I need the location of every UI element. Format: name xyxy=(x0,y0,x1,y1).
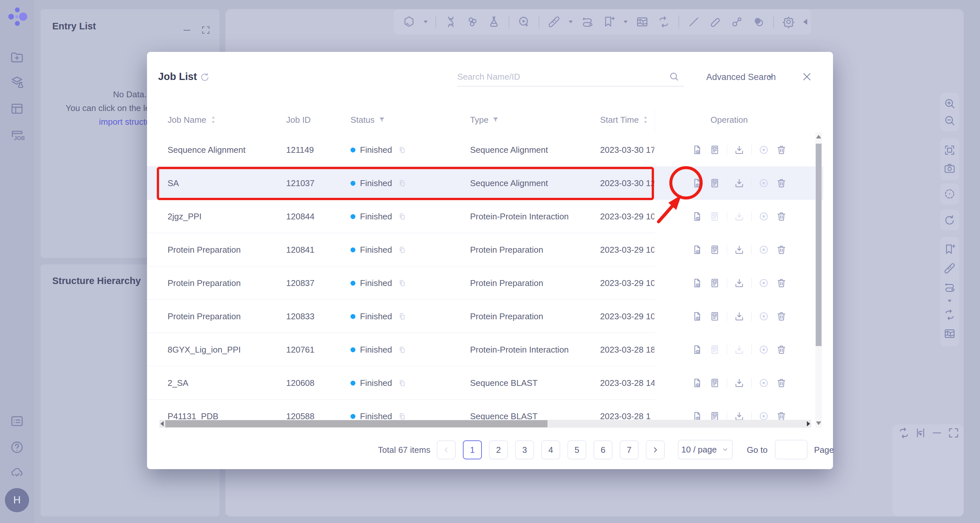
job-name-cell[interactable]: Sequence Alignment xyxy=(167,133,246,166)
column-header-status[interactable]: Status xyxy=(350,107,386,133)
view-result-icon[interactable] xyxy=(692,377,703,388)
report-icon[interactable] xyxy=(709,344,720,355)
refresh-jobs-icon[interactable] xyxy=(199,71,210,82)
report-icon[interactable] xyxy=(709,311,720,322)
chevron-down-icon[interactable] xyxy=(424,21,428,23)
download-icon[interactable] xyxy=(734,178,745,189)
job-name-cell[interactable]: 8GYX_Lig_ion_PPI xyxy=(167,333,241,366)
stop-job-icon[interactable] xyxy=(758,344,769,355)
horizontal-scrollbar[interactable] xyxy=(159,420,811,428)
minimize-panel-icon[interactable] xyxy=(181,25,192,35)
overlap-circles-icon[interactable] xyxy=(752,15,765,29)
job-name-cell[interactable]: Protein Preparation xyxy=(167,233,241,266)
dna-icon[interactable] xyxy=(444,15,458,29)
copy-icon[interactable] xyxy=(398,279,407,288)
stop-job-icon[interactable] xyxy=(758,211,769,222)
map-icon[interactable] xyxy=(635,15,649,29)
advanced-search-button[interactable]: Advanced Search xyxy=(706,72,776,82)
view-result-icon[interactable] xyxy=(692,277,703,288)
view-result-icon[interactable] xyxy=(692,211,703,222)
goto-page-input[interactable] xyxy=(775,440,808,460)
table-row[interactable]: 2jgz_PPI 120844 Finished Protein-Protein… xyxy=(147,200,823,233)
report-icon[interactable] xyxy=(709,178,720,189)
copy-icon[interactable] xyxy=(398,179,407,188)
chevron-down-icon[interactable] xyxy=(948,300,951,302)
copy-icon[interactable] xyxy=(398,246,407,254)
job-name-cell[interactable]: 2jgz_PPI xyxy=(167,200,202,233)
delete-job-icon[interactable] xyxy=(776,244,787,255)
table-view-icon[interactable] xyxy=(10,101,24,116)
copy-icon[interactable] xyxy=(398,379,407,388)
fullscreen-icon[interactable] xyxy=(947,426,960,439)
settings-gear-icon[interactable] xyxy=(782,15,795,29)
delete-job-icon[interactable] xyxy=(776,277,787,288)
report-icon[interactable] xyxy=(709,211,720,222)
scroll-left-icon[interactable] xyxy=(161,421,164,426)
sort-icon[interactable] xyxy=(642,115,649,125)
search-icon[interactable] xyxy=(668,71,679,82)
table-row[interactable]: 8GYX_Lig_ion_PPI 120761 Finished Protein… xyxy=(147,333,823,366)
table-row[interactable]: Protein Preparation 120833 Finished Prot… xyxy=(147,300,823,333)
table-row[interactable]: Sequence Alignment 121149 Finished Seque… xyxy=(147,133,823,166)
page-number-button[interactable]: 3 xyxy=(515,441,534,460)
copy-icon[interactable] xyxy=(398,345,407,354)
stop-job-icon[interactable] xyxy=(758,144,769,155)
bookmark-add-icon[interactable] xyxy=(943,243,956,256)
delete-job-icon[interactable] xyxy=(776,344,787,355)
user-avatar[interactable]: H xyxy=(5,488,29,512)
frame-center-icon[interactable] xyxy=(943,144,956,157)
bookmark-add-icon[interactable] xyxy=(602,15,616,29)
zoom-out-icon[interactable] xyxy=(943,114,956,127)
report-icon[interactable] xyxy=(709,244,720,255)
next-page-button[interactable] xyxy=(646,441,665,460)
expand-panel-icon[interactable] xyxy=(200,25,211,35)
column-header-type[interactable]: Type xyxy=(470,107,500,133)
job-name-cell[interactable]: Protein Preparation xyxy=(167,300,241,333)
stop-job-icon[interactable] xyxy=(758,277,769,288)
page-number-button[interactable]: 7 xyxy=(620,441,639,460)
report-icon[interactable] xyxy=(709,144,720,155)
pencil-tool-icon[interactable] xyxy=(708,15,722,29)
stop-job-icon[interactable] xyxy=(758,178,769,189)
copy-icon[interactable] xyxy=(398,212,407,221)
vertical-scrollbar[interactable] xyxy=(815,132,822,428)
chevron-down-icon[interactable] xyxy=(624,21,627,23)
camera-icon[interactable] xyxy=(943,162,956,175)
route-icon[interactable] xyxy=(581,15,594,29)
structure-layers-icon[interactable] xyxy=(10,75,24,90)
stop-job-icon[interactable] xyxy=(758,311,769,322)
report-icon[interactable] xyxy=(709,277,720,288)
help-icon[interactable] xyxy=(10,440,24,455)
table-row[interactable]: Protein Preparation 120841 Finished Prot… xyxy=(147,233,823,266)
chevron-down-icon[interactable] xyxy=(569,21,573,23)
view-result-icon[interactable] xyxy=(692,144,703,155)
table-row[interactable]: Protein Preparation 120837 Finished Prot… xyxy=(147,266,823,300)
swap-icon[interactable] xyxy=(657,15,671,29)
record-select-icon[interactable] xyxy=(517,15,531,29)
delete-job-icon[interactable] xyxy=(776,144,787,155)
horizontal-scrollbar-thumb[interactable] xyxy=(165,420,547,427)
structure-hexagon-icon[interactable] xyxy=(402,15,416,29)
report-icon[interactable] xyxy=(709,377,720,388)
stop-job-icon[interactable] xyxy=(758,377,769,388)
page-number-button[interactable]: 2 xyxy=(489,441,508,460)
target-icon[interactable] xyxy=(943,187,956,200)
job-name-cell[interactable]: SA xyxy=(167,166,179,200)
page-number-button[interactable]: 1 xyxy=(463,441,482,460)
download-icon[interactable] xyxy=(734,211,745,222)
download-icon[interactable] xyxy=(734,377,745,388)
column-header-job-name[interactable]: Job Name xyxy=(167,107,217,133)
download-icon[interactable] xyxy=(734,311,745,322)
filter-icon[interactable] xyxy=(378,116,386,124)
column-header-start-time[interactable]: Start Time xyxy=(600,107,649,133)
ball-stick-icon[interactable] xyxy=(730,15,744,29)
page-number-button[interactable]: 6 xyxy=(593,441,612,460)
advanced-search-caret-icon[interactable] xyxy=(768,76,772,79)
zoom-in-icon[interactable] xyxy=(943,97,956,110)
swap-icon[interactable] xyxy=(943,308,956,321)
session-list-icon[interactable] xyxy=(10,414,24,429)
download-icon[interactable] xyxy=(734,344,745,355)
vertical-scrollbar-thumb[interactable] xyxy=(816,144,822,346)
filter-icon[interactable] xyxy=(492,116,500,124)
search-input[interactable] xyxy=(457,68,684,87)
